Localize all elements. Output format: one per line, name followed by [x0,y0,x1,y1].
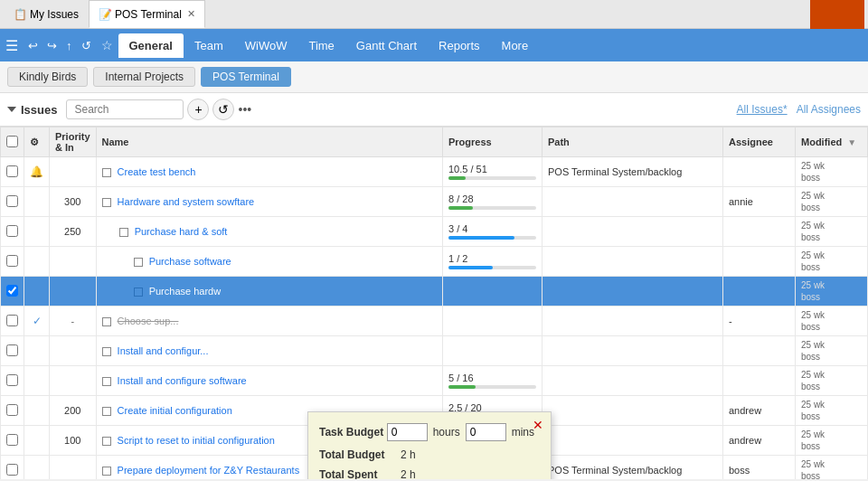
row-checkbox[interactable] [6,315,18,326]
row-checkbox[interactable] [6,285,18,297]
progress-text: 5 / 16 [448,373,474,383]
all-issues-link[interactable]: All Issues* [737,103,788,116]
row-progress-cell [443,336,542,366]
col-header-gear[interactable]: ⚙ [24,127,50,157]
row-checkbox[interactable] [6,404,18,416]
row-checkbox-cell[interactable] [1,247,24,277]
col-header-path[interactable]: Path [542,127,723,157]
issue-name-link[interactable]: Create test bench [118,166,196,177]
tab-close-icon[interactable]: ✕ [187,8,195,20]
row-assignee-cell [723,336,796,366]
row-gear-cell [24,426,50,456]
select-all-checkbox[interactable] [6,136,18,147]
refresh-issues-button[interactable]: ↺ [212,99,234,120]
row-checkbox-cell[interactable] [1,187,24,217]
progress-text: 8 / 28 [448,193,474,204]
hamburger-menu-icon[interactable]: ☰ [5,37,18,54]
tab-my-issues[interactable]: 📋 My Issues [4,0,89,28]
row-checkbox[interactable] [6,165,18,177]
add-issue-button[interactable]: + [187,99,209,120]
row-priority-cell [50,277,97,307]
issue-name-link[interactable]: Hardware and system sowftare [118,196,255,207]
issue-name-link[interactable]: Choose sup... [118,316,179,326]
progress-bar [448,266,536,269]
popup-close-button[interactable]: ✕ [533,418,543,432]
nav-tab-reports[interactable]: Reports [428,33,491,58]
nav-tab-more[interactable]: More [491,33,540,58]
issue-name-link[interactable]: Purchase hardw [149,286,222,297]
bell-icon[interactable]: 🔔 [30,165,43,178]
progress-fill [448,236,514,240]
row-checkbox-cell[interactable] [1,426,24,456]
row-priority-cell [50,456,97,480]
tab-pos-terminal-label: POS Terminal [115,8,182,21]
popup-hours-input[interactable] [387,423,428,441]
popup-mins-input[interactable] [466,423,506,441]
nav-tab-team[interactable]: Team [184,33,234,58]
row-checkbox[interactable] [6,225,18,237]
row-modified-cell: 25 wkboss [796,307,868,336]
row-assignee-cell [723,277,796,307]
project-tab-pos-terminal[interactable]: POS Terminal [201,67,291,87]
row-path-cell [542,217,723,247]
modified-info: 25 wkboss [801,369,862,392]
col-header-priority[interactable]: Priority & In [50,127,97,157]
issue-name-link[interactable]: Create initial configuration [118,405,232,416]
issue-name-link[interactable]: Script to reset to initial configuration [118,435,275,446]
row-path-cell [542,247,723,277]
row-assignee-cell: annie [723,187,796,217]
progress-text: 1 / 2 [448,253,467,264]
popup-total-budget-row: Total Budget 2 h [319,448,540,461]
refresh-icon[interactable]: ↺ [79,37,94,54]
col-header-checkbox[interactable] [1,127,24,157]
issue-name-link[interactable]: Install and configure software [118,375,247,386]
more-options-icon[interactable]: ••• [238,102,251,117]
nav-tab-time[interactable]: Time [297,33,344,58]
row-checkbox[interactable] [6,434,18,446]
modified-info: 25 wkboss [801,309,862,333]
row-priority-cell: 250 [50,217,97,247]
collapse-icon[interactable] [7,107,16,112]
issue-name-link[interactable]: Install and configur... [118,345,209,356]
col-header-progress[interactable]: Progress [443,127,542,157]
row-path-cell: POS Terminal System/backlog [542,456,723,480]
row-checkbox-cell[interactable] [1,456,24,480]
up-icon[interactable]: ↑ [63,37,75,54]
row-path-cell [542,426,723,456]
col-header-modified[interactable]: Modified ▼ [796,127,868,157]
row-checkbox-cell[interactable] [1,396,24,426]
row-gear-cell [24,366,50,396]
task-type-icon [102,437,111,446]
project-tab-kindly-birds[interactable]: Kindly Birds [7,67,88,87]
row-checkbox-cell[interactable] [1,217,24,247]
project-tab-internal-projects[interactable]: Internal Projects [93,67,195,87]
modified-info: 25 wkboss [801,220,862,243]
row-checkbox-cell[interactable] [1,277,24,307]
row-checkbox[interactable] [6,374,18,386]
back-icon[interactable]: ↩ [25,37,41,54]
nav-tab-wiwow[interactable]: WiWoW [234,33,298,58]
star-icon[interactable]: ☆ [101,38,113,52]
forward-icon[interactable]: ↪ [44,37,60,54]
row-checkbox[interactable] [6,255,18,267]
row-checkbox-cell[interactable] [1,336,24,366]
row-checkbox[interactable] [6,344,18,356]
issue-name-link[interactable]: Purchase software [149,256,231,267]
task-type-icon [102,347,111,356]
issue-name-link[interactable]: Prepare deployment for Z&Y Restaurants [118,465,300,476]
row-checkbox-cell[interactable] [1,307,24,336]
row-checkbox[interactable] [6,464,18,476]
issue-name-link[interactable]: Purchase hard & soft [135,226,228,237]
all-assignees-link[interactable]: All Assignees [797,103,861,116]
task-type-icon [102,467,111,476]
row-checkbox-cell[interactable] [1,157,24,187]
nav-tab-general[interactable]: General [118,33,184,58]
col-header-name[interactable]: Name [96,127,442,157]
col-header-assignee[interactable]: Assignee [723,127,796,157]
row-checkbox[interactable] [6,195,18,207]
row-path-cell [542,187,723,217]
nav-tab-gantt[interactable]: Gantt Chart [345,33,428,58]
tab-pos-terminal[interactable]: 📝 POS Terminal ✕ [89,0,205,28]
search-input[interactable] [66,99,184,119]
row-checkbox-cell[interactable] [1,366,24,396]
